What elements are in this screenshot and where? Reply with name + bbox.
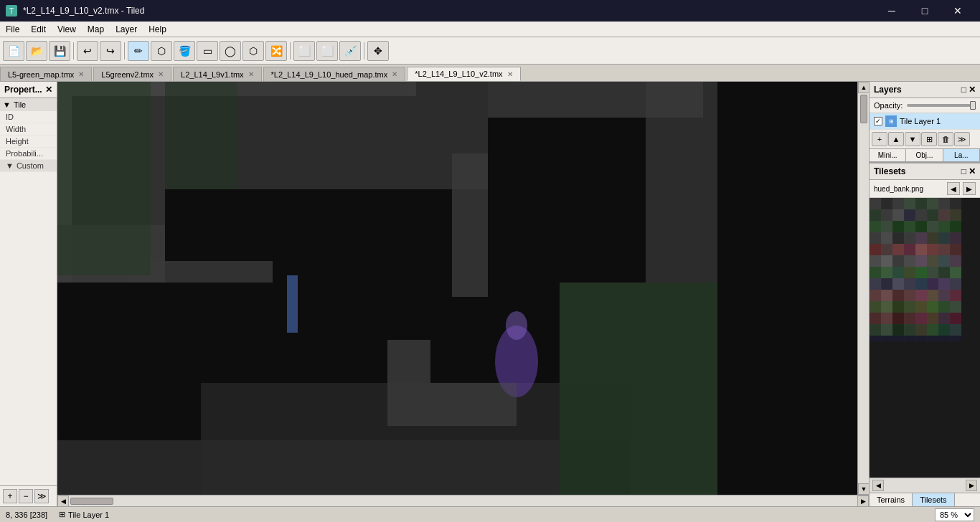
redo-button[interactable]: ↪ (100, 41, 121, 61)
custom-group-header[interactable]: ▼ Custom (0, 160, 57, 172)
sub-tab-mini[interactable]: Mini... (870, 149, 906, 161)
tilesets-undock[interactable]: □ (961, 166, 966, 176)
tileset-image (870, 198, 961, 341)
move-layer-down-button[interactable]: ▼ (905, 132, 920, 146)
status-layer: Tile Layer 1 (68, 511, 109, 519)
layers-header-controls: □ ✕ (961, 85, 976, 95)
remove-prop-button[interactable]: − (19, 489, 33, 503)
tab-4[interactable]: *L2_L14_L9_L10_hued_map.tmx ✕ (263, 67, 406, 81)
random-tool[interactable]: 🔀 (265, 41, 287, 61)
properties-close[interactable]: ✕ (45, 85, 52, 95)
add-prop-button[interactable]: + (3, 489, 17, 503)
vscroll-up-button[interactable]: ▲ (858, 82, 870, 93)
tab-3[interactable]: L2_L14_L9v1.tmx ✕ (173, 67, 261, 81)
eraser-tool[interactable]: ⬜ (316, 41, 338, 61)
tab-1[interactable]: L5-green_map.tmx ✕ (0, 67, 92, 81)
tab-tilesets[interactable]: Tilesets (913, 493, 955, 506)
layers-close[interactable]: ✕ (969, 85, 976, 95)
duplicate-layer-button[interactable]: ⊞ (921, 132, 937, 146)
eyedrop-tool[interactable]: 💉 (339, 41, 361, 61)
polygon-tool[interactable]: ⬡ (242, 41, 264, 61)
custom-label: Custom (17, 161, 44, 170)
svg-rect-20 (387, 340, 430, 383)
save-button[interactable]: 💾 (49, 41, 70, 61)
tileset-scroll-right[interactable]: ▶ (966, 480, 977, 491)
tilesets-close[interactable]: ✕ (969, 166, 976, 176)
shape-tool[interactable]: ▭ (197, 41, 218, 61)
tab-2[interactable]: L5greenv2.tmx ✕ (93, 67, 171, 81)
custom-collapse-icon: ▼ (6, 161, 14, 170)
opacity-slider-thumb[interactable] (970, 101, 976, 110)
menu-map[interactable]: Map (82, 23, 110, 36)
layer-checkbox-1[interactable]: ✓ (874, 117, 882, 125)
tab-5[interactable]: *L2_L14_L9_L10_v2.tmx ✕ (407, 67, 520, 81)
tab-close-5[interactable]: ✕ (507, 70, 513, 78)
undo-button[interactable]: ↩ (77, 41, 98, 61)
prop-width: Width (0, 123, 57, 136)
add-layer-button[interactable]: + (872, 132, 887, 146)
tab-bar: L5-green_map.tmx ✕ L5greenv2.tmx ✕ L2_L1… (0, 65, 980, 82)
tileset-prev-button[interactable]: ◀ (947, 182, 960, 195)
tab-terrains[interactable]: Terrains (870, 493, 913, 506)
svg-rect-8 (452, 153, 488, 297)
title-left: T *L2_L14_L9_L10_v2.tmx - Tiled (6, 5, 144, 16)
hscroll-thumb[interactable] (70, 498, 113, 505)
tab-close-3[interactable]: ✕ (248, 70, 254, 78)
tab-close-2[interactable]: ✕ (158, 70, 164, 78)
horizontal-scrollbar[interactable]: ◀ ▶ (57, 495, 869, 506)
select-rect[interactable]: ⬜ (293, 41, 315, 61)
tile-section: ▼ Tile ID Width Height Probabili... ▼ Cu… (0, 98, 57, 172)
layers-undock[interactable]: □ (961, 85, 966, 95)
layers-section: Layers □ ✕ Opacity: ✓ ⊞ Tile Layer 1 + ▲ (870, 82, 980, 163)
vscroll-thumb[interactable] (860, 95, 867, 123)
center-area: ▲ ▼ ◀ ▶ (57, 82, 869, 506)
fill-tool[interactable]: 🪣 (174, 41, 195, 61)
move-tool[interactable]: ✥ (367, 41, 389, 61)
tileset-scroll-left[interactable]: ◀ (872, 480, 884, 491)
hscroll-right-button[interactable]: ▶ (857, 495, 869, 507)
menu-layer[interactable]: Layer (110, 23, 143, 36)
layer-item-1[interactable]: ✓ ⊞ Tile Layer 1 (870, 113, 980, 130)
sub-tab-la[interactable]: La... (943, 149, 980, 161)
menu-file[interactable]: File (0, 23, 25, 36)
tileset-next-button[interactable]: ▶ (963, 182, 976, 195)
terrain-tool[interactable]: ⬡ (151, 41, 172, 61)
close-button[interactable]: ✕ (941, 0, 974, 22)
more-layers-button[interactable]: ≫ (954, 132, 970, 146)
stamp-tool[interactable]: ✏ (128, 41, 149, 61)
tilesets-panel: Tilesets □ ✕ hued_bank.png ◀ ▶ (870, 163, 980, 506)
open-button[interactable]: 📂 (26, 41, 47, 61)
more-prop-button[interactable]: ≫ (34, 489, 49, 503)
minimize-button[interactable]: ─ (875, 0, 908, 22)
map-canvas[interactable] (57, 82, 857, 495)
ellipse-tool[interactable]: ◯ (220, 41, 241, 61)
hscroll-track[interactable] (69, 495, 857, 506)
maximize-button[interactable]: □ (908, 0, 941, 22)
tileset-selector-row: hued_bank.png ◀ ▶ (870, 180, 980, 198)
tileset-grid[interactable] (870, 198, 980, 478)
title-bar: T *L2_L14_L9_L10_v2.tmx - Tiled ─ □ ✕ (0, 0, 980, 22)
menu-edit[interactable]: Edit (25, 23, 52, 36)
vscroll-down-button[interactable]: ▼ (858, 483, 870, 495)
tab-label-1: L5-green_map.tmx (8, 70, 74, 79)
sub-tab-obj[interactable]: Obj... (906, 149, 943, 161)
vscroll-track[interactable] (858, 93, 869, 483)
vertical-scrollbar[interactable]: ▲ ▼ (857, 82, 869, 495)
menu-help[interactable]: Help (143, 23, 172, 36)
tileset-hscroll-track[interactable] (884, 482, 966, 489)
tab-close-4[interactable]: ✕ (392, 70, 397, 78)
zoom-selector[interactable]: 85 % 100 % 50 % 200 % (935, 508, 974, 521)
hscroll-left-button[interactable]: ◀ (57, 495, 69, 507)
tileset-name: hued_bank.png (874, 185, 944, 193)
tile-group-header[interactable]: ▼ Tile (0, 98, 57, 111)
new-button[interactable]: 📄 (3, 41, 24, 61)
delete-layer-button[interactable]: 🗑 (938, 132, 953, 146)
app-icon: T (6, 5, 17, 16)
menu-view[interactable]: View (52, 23, 82, 36)
svg-rect-13 (57, 82, 151, 275)
move-layer-up-button[interactable]: ▲ (888, 132, 904, 146)
opacity-slider[interactable] (907, 104, 976, 107)
tab-close-1[interactable]: ✕ (78, 70, 84, 78)
main-layout: Propert... ✕ ▼ Tile ID Width Height Prob… (0, 82, 980, 506)
collapse-icon: ▼ (3, 100, 11, 109)
